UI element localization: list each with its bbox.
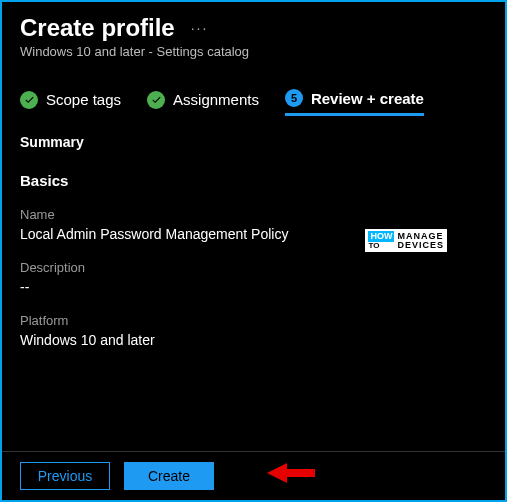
previous-button[interactable]: Previous [20, 462, 110, 490]
tab-label: Scope tags [46, 91, 121, 108]
tab-scope-tags[interactable]: Scope tags [20, 91, 121, 115]
arrow-annotation-icon [267, 460, 315, 486]
check-icon [20, 91, 38, 109]
watermark-logo: HOW TO MANAGE DEVICES [363, 227, 449, 254]
tab-review-create[interactable]: 5 Review + create [285, 89, 424, 116]
field-platform: Platform Windows 10 and later [20, 313, 487, 348]
summary-heading: Summary [20, 134, 487, 150]
page-subtitle: Windows 10 and later - Settings catalog [20, 44, 487, 59]
tab-label: Assignments [173, 91, 259, 108]
field-description: Description -- [20, 260, 487, 295]
wizard-tabs: Scope tags Assignments 5 Review + create [20, 89, 487, 116]
platform-value: Windows 10 and later [20, 332, 487, 348]
description-label: Description [20, 260, 487, 275]
page-title: Create profile [20, 14, 175, 42]
basics-heading: Basics [20, 172, 487, 189]
tab-label: Review + create [311, 90, 424, 107]
create-button[interactable]: Create [124, 462, 214, 490]
platform-label: Platform [20, 313, 487, 328]
footer-bar: Previous Create [2, 451, 505, 500]
watermark-devices: DEVICES [397, 241, 444, 250]
watermark-to: TO [368, 242, 379, 250]
more-icon[interactable]: ··· [191, 20, 209, 36]
name-label: Name [20, 207, 487, 222]
description-value: -- [20, 279, 487, 295]
step-number-icon: 5 [285, 89, 303, 107]
check-icon [147, 91, 165, 109]
tab-assignments[interactable]: Assignments [147, 91, 259, 115]
